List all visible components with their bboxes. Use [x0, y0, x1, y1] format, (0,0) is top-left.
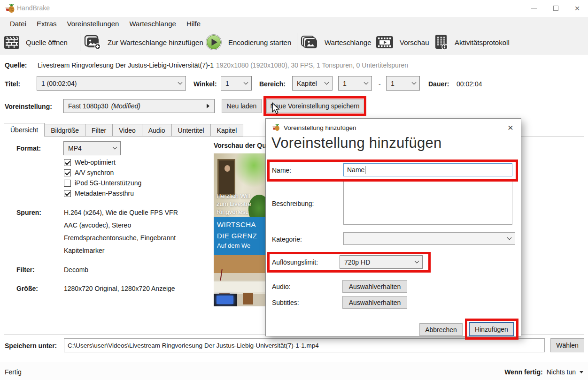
- chevron-down-icon: [113, 145, 117, 150]
- preset-select[interactable]: Fast 1080p30 (Modified): [63, 99, 215, 113]
- category-label: Kategorie:: [272, 236, 302, 243]
- handbrake-window: HandBrake × Datei Extras Voreinstellunge…: [0, 0, 588, 380]
- checkbox-icon: [64, 169, 71, 176]
- preview-scene-top: Herzlich Will zum Livestre Ringvorlesu: [214, 153, 266, 217]
- add-button[interactable]: Hinzufügen: [469, 322, 514, 336]
- tab-strip: Übersicht Bildgröße Filter Video Audio U…: [4, 123, 243, 137]
- format-select[interactable]: MP4: [63, 141, 121, 155]
- category-select[interactable]: [343, 232, 515, 245]
- toolbar-separator: [297, 33, 297, 51]
- chevron-down-icon: [325, 80, 329, 84]
- range-from-select[interactable]: 1: [338, 76, 372, 91]
- save-new-preset-button[interactable]: Neue Voreinstellung speichern: [266, 99, 364, 113]
- resolution-limit-select[interactable]: 720p HD: [340, 255, 423, 269]
- preset-name-input[interactable]: Name: [343, 163, 512, 176]
- activity-log-icon: [434, 34, 449, 50]
- track-line: Fremdsprachentonsuche, Eingebrannt: [64, 234, 176, 242]
- minimize-button[interactable]: [523, 0, 545, 16]
- tab-kapitel[interactable]: Kapitel: [210, 124, 244, 137]
- preview-icon: [376, 35, 394, 49]
- audio-label: Audio:: [272, 283, 291, 290]
- activity-log-button[interactable]: Aktivitätsprotokoll: [434, 30, 510, 54]
- tab-untertitel[interactable]: Untertitel: [171, 124, 211, 137]
- description-textarea[interactable]: [343, 181, 512, 225]
- open-source-icon: [4, 35, 20, 50]
- start-encode-label: Encodierung starten: [228, 38, 291, 46]
- queue-icon: [301, 35, 318, 50]
- source-name: Livestream Ringvorlesung Der Justus-Lieb…: [38, 61, 214, 69]
- preview-overlay-text: Herzlich Will zum Livestre Ringvorlesu: [217, 192, 251, 216]
- range-type-select[interactable]: Kapitel: [292, 76, 333, 91]
- chevron-down-icon: [178, 80, 183, 84]
- checkbox-av-sync[interactable]: A/V synchron: [64, 169, 114, 176]
- queue-button[interactable]: Warteschlange: [301, 30, 371, 54]
- menu-hilfe[interactable]: Hilfe: [181, 17, 206, 30]
- when-done-control[interactable]: Wenn fertig: Nichts tun: [504, 368, 583, 376]
- track-line: H.264 (x264), Wie die Quelle FPS VFR: [64, 209, 178, 216]
- subtitles-behavior-button[interactable]: Auswahlverhalten: [342, 296, 407, 309]
- when-done-value: Nichts tun: [547, 368, 576, 376]
- add-to-queue-button[interactable]: Zur Warteschlange hinzufügen: [84, 30, 213, 54]
- dialog-heading: Voreinstellung hinzufügen: [271, 135, 442, 152]
- preview-blue-banner: WIRTSCHA DIE GRENZ Auf dem We: [214, 217, 266, 255]
- size-label: Größe:: [16, 285, 38, 292]
- tab-uebersicht[interactable]: Übersicht: [4, 123, 45, 137]
- close-button[interactable]: ×: [566, 0, 588, 16]
- checkbox-metadata-passthru[interactable]: Metadaten-Passthru: [64, 190, 134, 197]
- title-bar: HandBrake ×: [0, 0, 588, 17]
- add-to-queue-label: Zur Warteschlange hinzufügen: [108, 38, 203, 46]
- size-value: 1280x720 Original, 1280x720 Anzeige: [64, 285, 175, 292]
- open-source-button[interactable]: Quelle öffnen: [4, 30, 68, 54]
- menu-warteschlange[interactable]: Warteschlange: [124, 17, 181, 30]
- preview-button[interactable]: Vorschau: [376, 30, 429, 54]
- menu-extras[interactable]: Extras: [31, 17, 62, 30]
- title-label: Titel:: [5, 80, 20, 88]
- queue-label: Warteschlange: [325, 38, 371, 46]
- save-as-label: Speichern unter:: [5, 342, 57, 350]
- chevron-down-icon: [244, 80, 248, 84]
- cancel-button[interactable]: Abbrechen: [419, 323, 463, 336]
- checkbox-ipod-5g[interactable]: iPod 5G-Unterstützung: [64, 179, 141, 187]
- preview-header: Vorschau der Qu: [214, 142, 266, 149]
- filter-label: Filter:: [16, 266, 35, 274]
- browse-button[interactable]: Wählen: [550, 338, 584, 352]
- tab-filter[interactable]: Filter: [85, 124, 113, 137]
- chevron-down-icon: [580, 371, 583, 373]
- source-label: Quelle:: [5, 61, 27, 69]
- filter-value: Decomb: [64, 266, 88, 274]
- tab-video[interactable]: Video: [112, 124, 142, 137]
- save-path-input[interactable]: C:\Users\user\Videos\Livestream Ringvorl…: [64, 338, 545, 352]
- preview-label: Vorschau: [400, 38, 429, 46]
- preset-label: Voreinstellung:: [5, 103, 52, 110]
- angle-select[interactable]: 1: [221, 76, 252, 91]
- green-light-glow: [234, 153, 266, 188]
- range-label: Bereich:: [259, 80, 286, 88]
- chevron-down-icon: [364, 80, 369, 84]
- checkbox-web-optimized[interactable]: Web-optimiert: [64, 159, 116, 166]
- tracks-label: Spuren:: [16, 209, 41, 216]
- dialog-logo-icon: [272, 123, 280, 131]
- tab-audio[interactable]: Audio: [142, 124, 172, 137]
- close-icon: ×: [574, 4, 580, 13]
- range-to-select[interactable]: 1: [386, 76, 420, 91]
- start-encode-button[interactable]: Encodierung starten: [205, 30, 291, 54]
- source-details: 1920x1080 (1920x1080), 30 FPS, 1 Tonspur…: [216, 61, 408, 69]
- menu-bar: Datei Extras Voreinstellungen Warteschla…: [0, 17, 588, 30]
- toolbar: Quelle öffnen Zur Warteschlange hinzufüg…: [0, 30, 588, 54]
- start-encode-icon: [205, 34, 222, 51]
- minimize-icon: [531, 8, 537, 8]
- menu-voreinstellungen[interactable]: Voreinstellungen: [62, 17, 124, 30]
- title-select[interactable]: 1 (00:02:04): [37, 76, 186, 91]
- open-source-label: Quelle öffnen: [26, 38, 68, 46]
- reload-preset-button[interactable]: Neu laden: [222, 99, 262, 113]
- chevron-right-icon: [207, 104, 209, 108]
- track-line: Kapitelmarker: [64, 247, 104, 254]
- window-title: HandBrake: [17, 4, 50, 12]
- audio-behavior-button[interactable]: Auswahlverhalten: [342, 280, 407, 293]
- maximize-button[interactable]: [545, 0, 566, 16]
- menu-datei[interactable]: Datei: [5, 17, 31, 30]
- tab-bildgroesse[interactable]: Bildgröße: [44, 124, 85, 137]
- chevron-down-icon: [507, 235, 512, 240]
- description-label: Beschreibung:: [272, 200, 314, 207]
- dialog-close-icon[interactable]: ×: [508, 122, 513, 132]
